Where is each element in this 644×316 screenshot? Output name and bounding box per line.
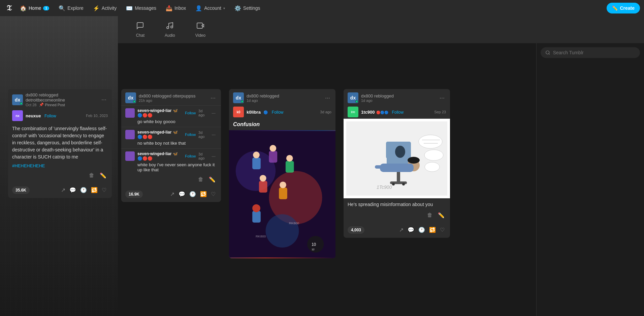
nav-explore-label: Explore [67,5,83,11]
svg-point-34 [395,146,405,158]
svg-point-2 [167,27,169,29]
post-tag-1[interactable]: #HEHEHEHEHE [12,163,108,168]
reblog-btn-4[interactable]: 🔁 [428,225,437,234]
reblog-label-2: reblogged otterpuppss [152,93,195,98]
svg-point-13 [269,145,276,152]
reblog-btn-2[interactable]: 🔁 [199,190,208,199]
post-author-1: dx800 reblogged detroitbecomeonline [26,92,97,103]
svg-text:RK800: RK800 [256,234,266,238]
svg-point-11 [253,152,260,159]
sub-time-4: Sep 23 [434,110,446,114]
follow-btn-4[interactable]: Follow [392,110,404,115]
edit-btn-2[interactable]: ✏️ [207,175,217,184]
thread-avatar-3 [125,151,135,161]
avatar-1tc900: 1tc [348,107,358,117]
thread-text-1: go white boy goooo [137,119,217,124]
post-type-audio[interactable]: Audio [155,22,185,38]
like-btn-2[interactable]: ♡ [210,190,217,199]
nav-explore[interactable]: 🔍 Explore [55,3,87,13]
share-btn-1[interactable]: ↗ [60,185,67,195]
thread-more-2[interactable]: ··· [210,131,217,138]
share-btn-2[interactable]: ↗ [169,190,176,199]
svg-point-40 [424,150,443,161]
post-type-video[interactable]: Video [185,22,216,38]
nav-messages-label: Messages [135,5,156,11]
search-bar[interactable] [541,47,640,58]
nav-account-label: Account [204,5,221,11]
sub-time-3: 3d ago [320,110,331,114]
video-icon [196,22,204,32]
pin-badge: 📌 Pinned Post [39,103,65,107]
posts-feed: dx dx800 reblogged detroitbecomeonline O… [0,86,536,316]
delete-btn-1[interactable]: 🗑 [88,171,96,180]
follow-btn-1[interactable]: Follow [44,114,56,118]
thread-follow-3[interactable]: Follow [185,154,196,158]
avatar-dx800-1: dx [12,94,23,105]
thread-item-3: seven-winged-liar 🦋🔵🔴🔴 Follow 3d ago ···… [121,148,221,175]
history-btn-2[interactable]: 🕐 [188,190,197,199]
nav-home[interactable]: 🏠 Home 1 [16,3,53,13]
thread-more-3[interactable]: ··· [210,153,217,160]
post-title-3: Confusion [233,121,331,127]
thread-time-3: 3d ago [198,152,207,160]
explore-icon: 🔍 [59,5,65,11]
pencil-icon: ✏️ [612,5,618,11]
comment-btn-2[interactable]: 💬 [177,190,187,199]
share-btn-4[interactable]: ↗ [398,225,405,234]
delete-btn-2[interactable]: 🗑 [197,175,205,184]
post-card-2: dx dx800 reblogged otterpuppss 21h ago ·… [121,89,221,202]
history-btn-4[interactable]: 🕐 [417,225,426,234]
post-time-4: 1d ago [361,98,436,103]
svg-text:10: 10 [312,242,316,247]
nav-settings[interactable]: ⚙️ Settings [230,3,264,13]
svg-rect-20 [252,211,261,223]
svg-point-41 [425,162,440,172]
svg-point-31 [392,183,395,185]
thread-avatar-2 [125,130,135,139]
edit-btn-1[interactable]: ✏️ [98,171,108,180]
thread-text-3: white boy i've never seen anyone fuck it… [137,162,217,172]
nav-inbox[interactable]: 📥 Inbox [162,3,190,13]
post-type-chat[interactable]: Chat [126,22,155,38]
search-input[interactable] [553,50,635,55]
nav-account[interactable]: 👤 Account ▾ [191,3,229,13]
like-btn-1[interactable]: ♡ [100,185,108,195]
follow-btn-3[interactable]: Follow [272,110,284,115]
sub-badges-4: 🔴🔵🔵 [376,111,388,114]
delete-btn-4[interactable]: 🗑 [426,211,434,220]
comment-btn-1[interactable]: 💬 [68,185,77,195]
svg-point-17 [260,175,266,182]
thread-author-3: seven-winged-liar 🦋🔵🔴🔴 [137,151,182,161]
more-options-2[interactable]: ··· [209,94,217,102]
reblog-btn-1[interactable]: 🔁 [90,185,99,195]
thread-more-1[interactable]: ··· [210,110,217,116]
sub-author-1: neuxue [26,113,41,118]
avatar-neuxue: nx [12,110,23,121]
create-button[interactable]: ✏️ Create [607,3,640,13]
post-time-1: Oct 28 [26,103,36,107]
inbox-icon: 📥 [166,5,172,11]
edit-btn-4[interactable]: ✏️ [437,211,446,220]
thread-follow-2[interactable]: Follow [185,133,196,137]
nav-activity[interactable]: ⚡ Activity [89,3,121,13]
more-options-4[interactable]: ··· [438,94,446,102]
reblog-label-4: reblogged [374,93,394,98]
more-options-3[interactable]: ··· [324,94,331,102]
nav-messages[interactable]: ✉️ Messages [122,3,160,13]
thread-follow-1[interactable]: Follow [185,111,196,115]
post-type-audio-label: Audio [165,33,175,38]
avatar-dx800-3: dx [233,92,244,103]
activity-icon: ⚡ [93,5,100,11]
more-options-1[interactable]: ··· [100,95,108,104]
thread-text-2: no white boy not like that [137,141,217,146]
comment-btn-4[interactable]: 💬 [406,225,416,234]
svg-rect-14 [286,161,294,173]
online-indicator-4 [355,100,358,103]
like-btn-4[interactable]: ♡ [439,225,446,234]
settings-icon: ⚙️ [234,5,241,11]
thread-item-2: seven-winged-liar 🦋🔵🔴🔴 Follow 3d ago ···… [121,127,221,148]
history-btn-1[interactable]: 🕐 [79,185,88,195]
post-caption-4: He's spreading misinformation about you [348,201,446,208]
nav-inbox-label: Inbox [174,5,186,11]
avatar-dx800-2: dx [125,92,136,103]
